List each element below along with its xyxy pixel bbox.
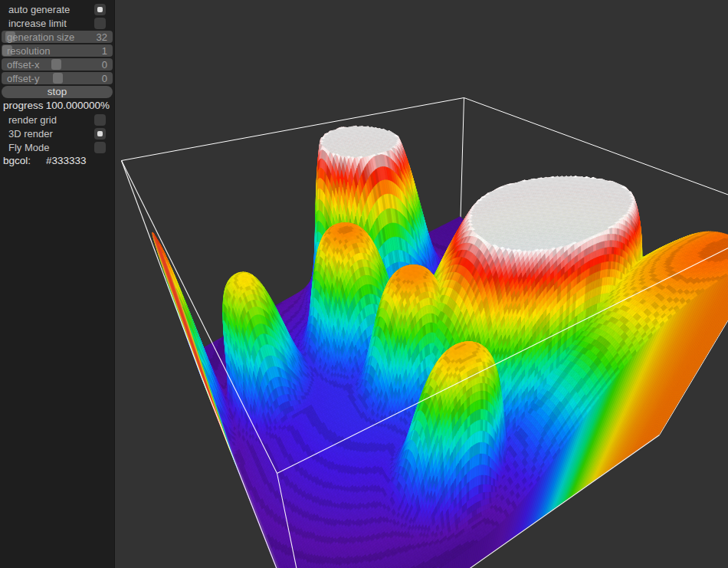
label-auto-generate: auto generate (8, 4, 70, 15)
slider-handle-offset-x[interactable] (51, 59, 61, 70)
stop-button[interactable]: stop (2, 86, 113, 98)
checkbox-auto-generate[interactable] (94, 4, 106, 15)
value-resolution: 1 (102, 45, 107, 57)
value-bgcol: #333333 (46, 155, 87, 166)
terrain-3d-canvas[interactable] (115, 0, 728, 568)
slider-generation-size[interactable]: generation size32 (2, 31, 113, 43)
checkbox-3d-render[interactable] (94, 128, 106, 140)
slider-resolution[interactable]: resolution1 (2, 44, 113, 57)
label-offset-x: offset-x (7, 59, 39, 71)
label-progress: progress (3, 100, 44, 111)
label-render-grid: render grid (8, 114, 57, 126)
control-panel: auto generateincrease limitgeneration si… (0, 0, 115, 568)
checkbox-indicator (97, 131, 103, 136)
value-progress: 100.000000% (46, 100, 110, 111)
row-render-grid[interactable]: render grid (2, 113, 113, 127)
value-offset-y: 0 (102, 73, 107, 84)
row-increase-limit[interactable]: increase limit (2, 17, 113, 31)
value-offset-x: 0 (102, 59, 107, 71)
render-viewport (115, 0, 728, 568)
label-resolution: resolution (7, 45, 50, 57)
slider-offset-x[interactable]: offset-x0 (2, 58, 113, 71)
label-bgcol: bgcol: (3, 155, 31, 166)
checkbox-render-grid[interactable] (94, 114, 106, 126)
slider-offset-y[interactable]: offset-y0 (2, 72, 113, 84)
label-generation-size: generation size (7, 31, 74, 43)
checkbox-indicator (97, 7, 103, 12)
label-fly-mode: Fly Mode (8, 142, 49, 153)
checkbox-increase-limit[interactable] (94, 18, 106, 29)
label-offset-y: offset-y (7, 73, 39, 84)
slider-handle-offset-y[interactable] (53, 73, 63, 84)
row-3d-render[interactable]: 3D render (2, 127, 113, 141)
row-fly-mode[interactable]: Fly Mode (2, 141, 113, 155)
label-increase-limit: increase limit (8, 18, 67, 29)
label-3d-render: 3D render (8, 128, 53, 140)
checkbox-fly-mode[interactable] (94, 142, 106, 153)
row-auto-generate[interactable]: auto generate (2, 3, 113, 17)
value-generation-size: 32 (97, 31, 107, 43)
heightmap-generator-app: auto generateincrease limitgeneration si… (0, 0, 728, 568)
